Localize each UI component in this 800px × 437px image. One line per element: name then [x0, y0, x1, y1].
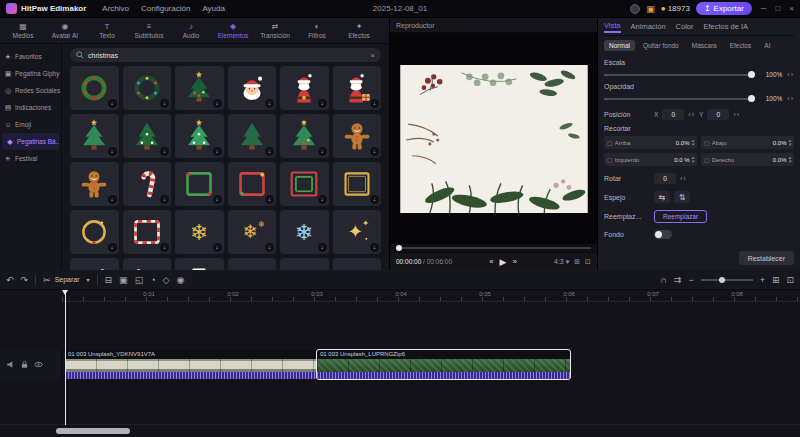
- play-icon[interactable]: ▶: [500, 257, 507, 267]
- sticker-gold-wreath-frame[interactable]: ↓: [70, 210, 119, 254]
- crop-steppers[interactable]: ▴▾: [788, 156, 791, 163]
- snapshot-icon[interactable]: ⊞: [574, 258, 580, 266]
- search-input[interactable]: [88, 52, 366, 59]
- flip-vertical-icon[interactable]: ⇅: [674, 191, 690, 203]
- zoom-out-icon[interactable]: −: [688, 275, 693, 285]
- fondo-toggle[interactable]: [654, 230, 672, 239]
- sticker-blue-snowflake[interactable]: ❄↓: [280, 210, 329, 254]
- track-lock-icon[interactable]: [20, 360, 29, 369]
- download-icon[interactable]: ↓: [108, 195, 117, 204]
- download-icon[interactable]: ↓: [318, 243, 327, 252]
- sticker-christmas-tree-plain[interactable]: ↓: [228, 114, 277, 158]
- close-button[interactable]: ×: [789, 4, 794, 13]
- download-icon[interactable]: ↓: [370, 147, 379, 156]
- sticker-gold-snowflake[interactable]: ❄↓: [175, 210, 224, 254]
- sidebar-item-indicaciones[interactable]: ▤Indicaciones: [0, 99, 61, 116]
- menu-archivo[interactable]: Archivo: [102, 4, 129, 13]
- crop-steppers[interactable]: ▴▾: [788, 139, 791, 146]
- project-name[interactable]: 2025-12-08_01: [373, 4, 427, 13]
- download-icon[interactable]: ↓: [318, 99, 327, 108]
- snap-icon[interactable]: ⇉: [674, 275, 682, 285]
- download-icon[interactable]: ↓: [108, 99, 117, 108]
- tab-subtítulos[interactable]: ≡Subtítulos: [128, 22, 170, 39]
- sticker-christmas-tree-baubles[interactable]: ↓: [280, 114, 329, 158]
- subtab-mascara[interactable]: Máscara: [687, 40, 722, 51]
- sticker-gold-snowflakes[interactable]: ❄❄↓: [228, 210, 277, 254]
- flip-horizontal-icon[interactable]: ⇆: [654, 191, 670, 203]
- subtab-quitar-fondo[interactable]: Quitar fondo: [638, 40, 684, 51]
- sticker-gold-bell[interactable]: ↓: [333, 258, 382, 270]
- escala-steppers[interactable]: ‹›: [787, 71, 794, 78]
- crop-derecho[interactable]: ▢Derecho0.0%▴▾: [701, 153, 794, 166]
- subtab-normal[interactable]: Normal: [604, 40, 635, 51]
- sticker-gold-sparkle[interactable]: ✦✦↓: [333, 210, 382, 254]
- split-caret-icon[interactable]: ▾: [87, 276, 90, 283]
- download-icon[interactable]: ↓: [108, 243, 117, 252]
- undo-icon[interactable]: ↶: [6, 275, 14, 285]
- crop-abajo[interactable]: ▢Abajo0.0%▴▾: [701, 136, 794, 149]
- tab-efectos[interactable]: ✦Efectos: [338, 22, 380, 39]
- user-avatar[interactable]: [630, 4, 640, 14]
- sidebar-item-pegatinas-b-[interactable]: ◆Pegatinas Bá...: [2, 133, 59, 150]
- playhead[interactable]: [65, 290, 66, 425]
- sticker-red-mitten[interactable]: ↓: [228, 258, 277, 270]
- position-y-steppers[interactable]: ‹›: [733, 111, 740, 118]
- tab-animacion[interactable]: Animación: [631, 22, 666, 31]
- sticker-christmas-tree-star[interactable]: ↓: [70, 114, 119, 158]
- download-icon[interactable]: ↓: [265, 99, 274, 108]
- track-hide-icon[interactable]: [34, 360, 43, 369]
- crop-icon[interactable]: ◱: [135, 275, 144, 285]
- sidebar-item-favoritos[interactable]: ★Favoritos: [0, 48, 61, 65]
- sidebar-item-pegatina-giphy[interactable]: ▣Pegatina Giphy: [0, 65, 61, 82]
- credits-badge[interactable]: ● 18973: [661, 4, 690, 13]
- download-icon[interactable]: ↓: [160, 99, 169, 108]
- download-icon[interactable]: ↓: [318, 195, 327, 204]
- tab-transición[interactable]: ⇄Transición: [254, 22, 296, 39]
- crop-steppers[interactable]: ▴▾: [691, 139, 694, 146]
- tab-avatar-ai[interactable]: ◉Avatar AI: [44, 22, 86, 39]
- magnet-icon[interactable]: ∩: [660, 275, 666, 285]
- menu-configuracion[interactable]: Configuración: [141, 4, 190, 13]
- rotate-steppers[interactable]: ‹›: [680, 175, 687, 182]
- opacidad-steppers[interactable]: ‹›: [787, 95, 794, 102]
- sticker-christmas-stocking[interactable]: ↓: [175, 258, 224, 270]
- search-bar[interactable]: ×: [70, 48, 381, 62]
- export-button[interactable]: ↥ Exportar: [696, 2, 752, 15]
- sticker-santa-hat[interactable]: ↓: [70, 258, 119, 270]
- rotate-input[interactable]: 0: [654, 173, 676, 184]
- download-icon[interactable]: ↓: [213, 99, 222, 108]
- copy-icon[interactable]: ▣: [119, 275, 128, 285]
- sticker-wrapped-candy[interactable]: ↓: [280, 258, 329, 270]
- delete-icon[interactable]: ⊟: [105, 275, 113, 285]
- sticker-gold-frame[interactable]: ↓: [333, 162, 382, 206]
- timeline-clip-2[interactable]: 01 003 Unsplash_LUPRNGZip6: [317, 350, 570, 379]
- player-scrub-bar[interactable]: [390, 244, 597, 252]
- download-icon[interactable]: ↓: [160, 243, 169, 252]
- timeline-fullscreen-icon[interactable]: ⊡: [786, 275, 794, 285]
- crop-arriba[interactable]: ▢Arriba0.0%▴▾: [604, 136, 697, 149]
- video-canvas[interactable]: [390, 33, 597, 244]
- sticker-santa-face[interactable]: ↓: [228, 66, 277, 110]
- sticker-gingerbread-man[interactable]: ↓: [333, 114, 382, 158]
- position-x-input[interactable]: 0: [662, 109, 684, 120]
- record-icon[interactable]: ◉: [177, 275, 185, 285]
- timeline-ruler[interactable]: 0:010:020:030:040:050:060:070:08: [62, 290, 800, 302]
- player-scrub-handle[interactable]: [396, 245, 402, 251]
- marker-icon[interactable]: ◇: [163, 275, 170, 285]
- minimize-button[interactable]: ─: [761, 4, 767, 13]
- split-label[interactable]: Separar: [55, 276, 80, 283]
- sidebar-item-emoji[interactable]: ☺Emoji: [0, 116, 61, 133]
- menu-ayuda[interactable]: Ayuda: [202, 4, 225, 13]
- timeline-clip-1[interactable]: 01 003 Unsplash_YDKNV91V7A: [65, 350, 317, 379]
- gift-icon[interactable]: ▣: [646, 4, 655, 14]
- split-icon[interactable]: ✂: [43, 275, 51, 285]
- tab-color[interactable]: Color: [676, 22, 694, 31]
- download-icon[interactable]: ↓: [265, 195, 274, 204]
- tab-filtros[interactable]: ◐Filtros: [296, 22, 338, 39]
- sticker-christmas-tree-snow[interactable]: ↓: [123, 114, 172, 158]
- tab-elementos[interactable]: ◈Elementos: [212, 22, 254, 39]
- download-icon[interactable]: ↓: [160, 147, 169, 156]
- sticker-double-frame[interactable]: ↓: [280, 162, 329, 206]
- scrollbar-thumb[interactable]: [56, 428, 130, 434]
- sticker-santa-hat-2[interactable]: ↓: [123, 258, 172, 270]
